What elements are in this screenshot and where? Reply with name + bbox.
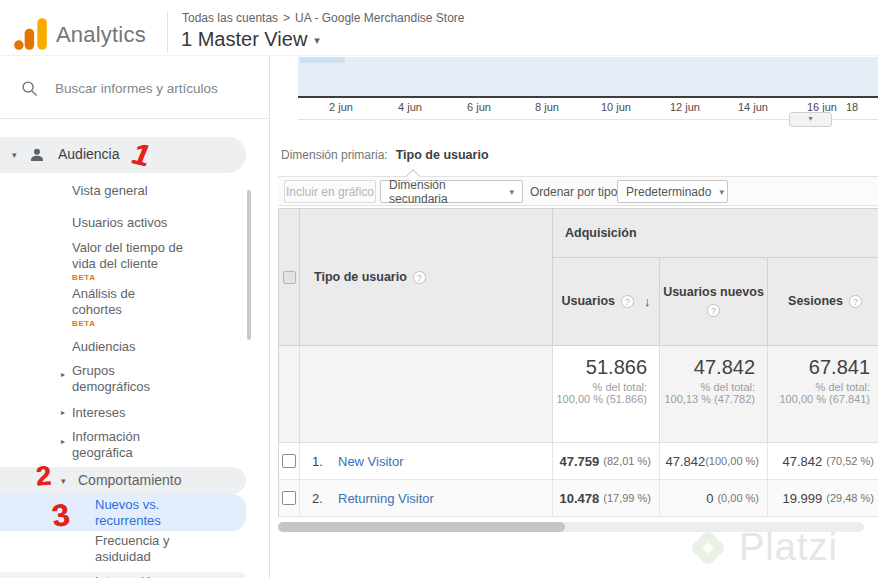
- metric-percent: (70,52 %): [826, 455, 874, 467]
- column-header-sesiones[interactable]: Sesiones ?: [768, 258, 878, 345]
- beta-badge: BETA: [72, 273, 96, 282]
- chevron-down-icon: ▾: [509, 187, 514, 197]
- sidebar-item-intereses[interactable]: Intereses: [72, 405, 125, 421]
- table-row: 1. New Visitor 47.759 (82,01 %) 47.842 (…: [279, 443, 878, 480]
- report-table: Tipo de usuario ? Adquisición Usuarios ?…: [278, 208, 878, 517]
- sort-type-value: Predeterminado: [626, 185, 711, 199]
- cell-sesiones: 19.999 (29,48 %): [768, 480, 878, 516]
- sort-type-dropdown[interactable]: Predeterminado ▾: [617, 180, 728, 203]
- chevron-down-icon: ▾: [12, 150, 17, 160]
- dimension-column-header[interactable]: Tipo de usuario: [314, 270, 407, 284]
- help-icon[interactable]: ?: [849, 295, 862, 308]
- select-all-checkbox[interactable]: [283, 271, 296, 284]
- sidebar-section-label: Comportamiento: [78, 472, 182, 488]
- cell-usuarios: 10.478 (17,99 %): [553, 480, 660, 516]
- x-tick-label: 10 jun: [591, 101, 641, 113]
- metric-percent: (17,99 %): [603, 492, 651, 504]
- sidebar-item-grupos-demograficos[interactable]: Grupos demográficos: [72, 363, 182, 395]
- sidebar-item-informacion-geografica[interactable]: Información geográfica: [72, 429, 182, 461]
- sidebar-scrollbar[interactable]: [247, 190, 251, 340]
- sidebar-item-frecuencia-asiduidad[interactable]: Frecuencia y asiduidad: [95, 533, 205, 565]
- audience-person-icon: [28, 146, 46, 164]
- primary-dimension-row: Dimensión primaria: Tipo de usuario: [281, 148, 489, 162]
- sort-descending-icon[interactable]: ↓: [644, 294, 651, 309]
- sidebar-item-cutoff[interactable]: Interacción: [0, 572, 246, 578]
- column-label: Sesiones: [788, 294, 843, 308]
- sidebar-section-audiencia[interactable]: ▾ Audiencia: [0, 137, 246, 173]
- primary-dimension-value[interactable]: Tipo de usuario: [396, 148, 489, 162]
- metric-value: 47.842: [783, 454, 823, 469]
- column-header-usuarios[interactable]: Usuarios ? ↓: [553, 258, 660, 345]
- help-icon[interactable]: ?: [707, 304, 720, 317]
- row-checkbox[interactable]: [282, 491, 296, 505]
- sidebar-section-label: Audiencia: [58, 146, 120, 162]
- beta-badge: BETA: [72, 319, 96, 328]
- breadcrumb-accounts[interactable]: Todas las cuentas: [182, 11, 278, 25]
- main-content: 2 jun 4 jun 6 jun 8 jun 10 jun 12 jun 14…: [270, 56, 878, 578]
- sidebar-item-vista-general[interactable]: Vista general: [72, 183, 148, 199]
- google-analytics-screen: Analytics Todas las cuentas>UA - Google …: [0, 0, 878, 578]
- row-index: 2.: [312, 491, 338, 506]
- row-checkbox[interactable]: [282, 454, 296, 468]
- cell-usuarios-nuevos: 0 (0,00 %): [660, 480, 768, 516]
- primary-dimension-label: Dimensión primaria:: [281, 148, 388, 162]
- cell-sesiones: 47.842 (70,52 %): [768, 443, 878, 479]
- row-link-new-visitor[interactable]: New Visitor: [338, 454, 404, 469]
- total-subtext: 100,13 % (47.782): [664, 393, 755, 405]
- totals-usuarios: 51.866 % del total: 100,00 % (51.866): [553, 346, 660, 442]
- column-header-usuarios-nuevos[interactable]: Usuarios nuevos ?: [660, 258, 768, 345]
- sidebar-divider: [0, 118, 269, 119]
- sidebar-item-audiencias[interactable]: Audiencias: [72, 339, 136, 355]
- app-header: Analytics Todas las cuentas>UA - Google …: [0, 0, 878, 56]
- chart-highlight-chip: [300, 57, 345, 63]
- chevron-right-icon: ▸: [61, 408, 65, 417]
- x-tick-label: 12 jun: [660, 101, 710, 113]
- table-header: Tipo de usuario ? Adquisición Usuarios ?…: [279, 209, 878, 346]
- row-dimension-cell: 1. New Visitor: [300, 443, 553, 479]
- breadcrumb: Todas las cuentas>UA - Google Merchandis…: [182, 11, 465, 25]
- totals-sesiones: 67.841 % del total: 100,00 % (67.841): [768, 346, 878, 442]
- metric-percent: (0,00 %): [717, 492, 759, 504]
- metric-percent: (82,01 %): [603, 455, 651, 467]
- secondary-dimension-dropdown[interactable]: Dimensión secundaria ▾: [380, 180, 523, 203]
- total-subtext: % del total:: [593, 381, 647, 393]
- sidebar-item-nuevos-recurrentes[interactable]: Nuevos vs. recurrentes: [95, 497, 205, 529]
- platzi-logo-icon: [690, 529, 727, 566]
- search-icon: [21, 80, 38, 97]
- secondary-dimension-label: Dimensión secundaria: [389, 178, 501, 206]
- cell-usuarios: 47.759 (82,01 %): [553, 443, 660, 479]
- metric-percent: (100,00 %): [705, 455, 759, 467]
- sidebar-section-comportamiento[interactable]: ▾ Comportamiento: [0, 467, 246, 494]
- chevron-down-icon: ▾: [314, 34, 320, 46]
- header-divider: [167, 11, 168, 53]
- chevron-down-icon: ▾: [61, 476, 66, 486]
- platzi-watermark: Platzi: [695, 526, 838, 569]
- totals-row: 51.866 % del total: 100,00 % (51.866) 47…: [279, 346, 878, 443]
- total-subtext: % del total:: [701, 381, 755, 393]
- breadcrumb-property[interactable]: UA - Google Merchandise Store: [295, 11, 464, 25]
- totals-checkbox-cell: [279, 346, 300, 442]
- chevron-right-icon: ▸: [61, 370, 65, 379]
- metric-percent: (29,48 %): [826, 492, 874, 504]
- include-in-chart-button[interactable]: Incluir en gráfico: [284, 180, 376, 203]
- chart-collapse-toggle[interactable]: ▾: [789, 112, 832, 127]
- search-input[interactable]: Buscar informes y artículos: [0, 68, 269, 108]
- cell-usuarios-nuevos: 47.842 (100,00 %): [660, 443, 768, 479]
- metric-value: 10.478: [560, 491, 600, 506]
- metric-value: 47.759: [560, 454, 600, 469]
- table-toolbar: Incluir en gráfico Dimensión secundaria …: [278, 176, 878, 206]
- area-chart-bottom: [298, 57, 878, 97]
- total-value: 67.841: [809, 356, 870, 379]
- help-icon[interactable]: ?: [621, 295, 634, 308]
- row-link-returning-visitor[interactable]: Returning Visitor: [338, 491, 434, 506]
- help-icon[interactable]: ?: [413, 271, 426, 284]
- chevron-right-icon: ▸: [61, 437, 65, 446]
- x-tick-label: 8 jun: [522, 101, 572, 113]
- sidebar-item-valor-tiempo[interactable]: Valor del tiempo de vida del cliente: [72, 240, 197, 272]
- sidebar-item-analisis-cohortes[interactable]: Análisis de cohortes: [72, 286, 162, 318]
- totals-usuarios-nuevos: 47.842 % del total: 100,13 % (47.782): [660, 346, 768, 442]
- sidebar-item-usuarios-activos[interactable]: Usuarios activos: [72, 215, 167, 231]
- scrollbar-thumb[interactable]: [278, 522, 565, 532]
- analytics-logo-icon[interactable]: [12, 16, 50, 56]
- view-selector[interactable]: 1 Master View▾: [181, 28, 320, 51]
